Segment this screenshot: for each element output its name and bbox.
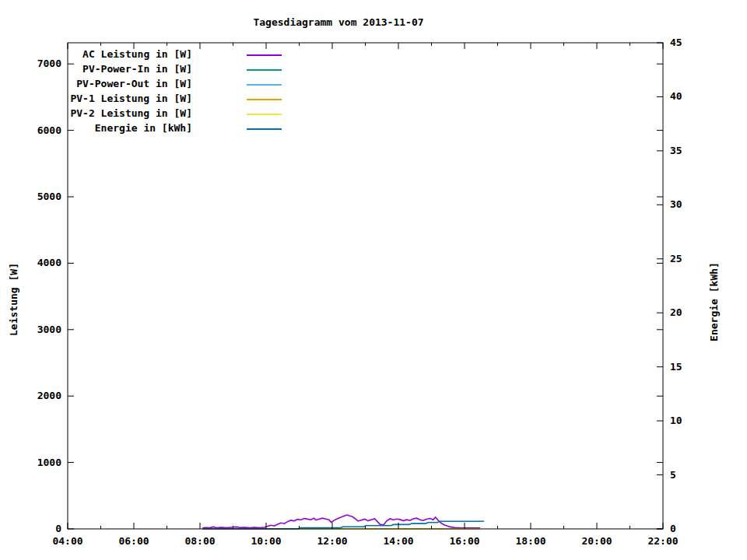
y2-tick-label: 25 bbox=[670, 254, 717, 264]
x-tick-label: 18:00 bbox=[507, 536, 554, 547]
chart-page: { "chart_data": { "type": "line", "title… bbox=[0, 0, 747, 560]
x-tick-label: 04:00 bbox=[44, 536, 91, 547]
y2-tick-label: 20 bbox=[670, 307, 717, 318]
y2-tick-label: 5 bbox=[670, 470, 717, 481]
legend-label: PV-Power-Out in [W] bbox=[68, 79, 192, 89]
y-tick-label: 0 bbox=[0, 523, 61, 534]
x-tick-label: 16:00 bbox=[441, 536, 488, 547]
y2-tick-label: 35 bbox=[670, 145, 717, 156]
x-tick-label: 22:00 bbox=[640, 536, 686, 547]
y-tick-label: 5000 bbox=[0, 191, 61, 202]
chart-title: Tagesdiagramm vom 2013-11-07 bbox=[253, 17, 423, 28]
legend-label: AC Leistung in [W] bbox=[68, 49, 192, 60]
y-tick-label: 3000 bbox=[0, 324, 61, 335]
legend-label: PV-1 Leistung in [W] bbox=[68, 93, 192, 104]
y-tick-label: 6000 bbox=[0, 125, 61, 136]
x-tick-label: 12:00 bbox=[309, 536, 356, 547]
x-tick-label: 14:00 bbox=[375, 536, 422, 547]
y-tick-label: 7000 bbox=[0, 58, 61, 69]
y2-tick-label: 10 bbox=[670, 415, 717, 426]
x-tick-label: 10:00 bbox=[243, 536, 289, 547]
legend-label: PV-2 Leistung in [W] bbox=[68, 108, 192, 119]
y-tick-label: 4000 bbox=[0, 257, 61, 268]
y2-tick-label: 30 bbox=[670, 199, 717, 210]
y-tick-label: 2000 bbox=[0, 390, 61, 401]
x-tick-label: 08:00 bbox=[177, 536, 223, 547]
legend-label: Energie in [kWh] bbox=[68, 123, 192, 134]
x-tick-label: 06:00 bbox=[110, 536, 157, 547]
y2-tick-label: 40 bbox=[670, 91, 717, 102]
x-tick-label: 20:00 bbox=[573, 536, 620, 547]
y2-axis-label: Energie [kWh] bbox=[709, 262, 720, 341]
y2-tick-label: 15 bbox=[670, 362, 717, 373]
y2-tick-label: 45 bbox=[670, 37, 717, 48]
y2-tick-label: 0 bbox=[670, 523, 717, 534]
y-tick-label: 1000 bbox=[0, 457, 61, 468]
legend-label: PV-Power-In in [W] bbox=[68, 64, 192, 75]
